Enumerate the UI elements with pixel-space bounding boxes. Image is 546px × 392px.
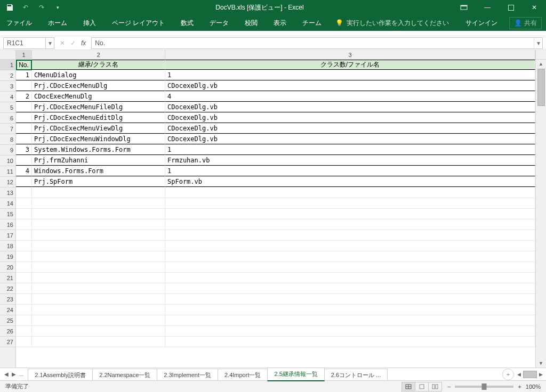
cell[interactable]: [165, 305, 535, 315]
cell[interactable]: CDocexeDlg.vb: [165, 81, 535, 91]
cell[interactable]: [16, 230, 32, 240]
row-header[interactable]: 8: [0, 134, 15, 145]
cell[interactable]: [32, 337, 165, 347]
cell[interactable]: Prj.SpForm: [32, 177, 165, 187]
row-header[interactable]: 9: [0, 145, 15, 156]
row-header[interactable]: 23: [0, 294, 15, 305]
sheet-tab[interactable]: 2.3Implement一覧: [157, 369, 218, 381]
cell[interactable]: [32, 198, 165, 208]
cell[interactable]: [16, 113, 32, 123]
sheet-tab[interactable]: 2.4Import一覧: [218, 369, 268, 381]
row-header[interactable]: 15: [0, 209, 15, 219]
sheet-nav-next-icon[interactable]: ▶: [12, 371, 16, 377]
cell[interactable]: [16, 294, 32, 304]
cell[interactable]: [32, 187, 165, 198]
tab-file[interactable]: ファイル: [4, 15, 34, 31]
horizontal-scroll[interactable]: ◀ ▶: [514, 371, 546, 378]
cell[interactable]: [165, 294, 535, 304]
row-header[interactable]: 18: [0, 241, 15, 251]
tab-pagelayout[interactable]: ページ レイアウト: [110, 15, 167, 31]
cell[interactable]: Frmzuhan.vb: [165, 156, 535, 166]
cell[interactable]: 継承/クラス名: [32, 60, 165, 70]
cell[interactable]: [16, 187, 32, 198]
row-header[interactable]: 7: [0, 124, 15, 134]
cell[interactable]: 3: [16, 145, 32, 155]
row-header[interactable]: 10: [0, 156, 15, 166]
maximize-button[interactable]: [499, 0, 523, 15]
zoom-slider[interactable]: [455, 386, 513, 388]
cell[interactable]: 1: [165, 166, 535, 176]
tab-data[interactable]: データ: [207, 15, 231, 31]
cell[interactable]: 2: [16, 92, 32, 102]
cell[interactable]: [32, 305, 165, 315]
row-header[interactable]: 1: [0, 60, 15, 70]
vertical-scrollbar[interactable]: ▲ ▼: [535, 60, 546, 368]
cell[interactable]: [32, 251, 165, 262]
zoom-in-button[interactable]: +: [518, 383, 521, 390]
cell[interactable]: [32, 241, 165, 251]
row-header[interactable]: 4: [0, 92, 15, 102]
cell[interactable]: [165, 283, 535, 293]
redo-icon[interactable]: ↷: [37, 3, 46, 12]
cell[interactable]: CDocexeDlg.vb: [165, 113, 535, 123]
row-header[interactable]: 5: [0, 102, 15, 113]
row-header[interactable]: 24: [0, 305, 15, 315]
row-header[interactable]: 2: [0, 70, 15, 81]
cell[interactable]: [16, 209, 32, 219]
row-header[interactable]: 6: [0, 113, 15, 124]
formula-expand-icon[interactable]: ▾: [534, 38, 542, 48]
add-sheet-button[interactable]: +: [502, 369, 514, 380]
cell[interactable]: CDocexeDlg.vb: [165, 124, 535, 134]
scrollbar-thumb[interactable]: [537, 69, 545, 106]
scroll-down-icon[interactable]: ▼: [536, 359, 546, 368]
cell[interactable]: [32, 219, 165, 230]
cancel-icon[interactable]: ✕: [60, 39, 65, 47]
cell[interactable]: Windows.Forms.Form: [32, 166, 165, 176]
cell[interactable]: [16, 102, 32, 112]
row-header[interactable]: 26: [0, 326, 15, 337]
fx-icon[interactable]: fx: [81, 39, 86, 47]
signin-link[interactable]: サインイン: [465, 19, 497, 28]
scroll-up-icon[interactable]: ▲: [536, 60, 546, 68]
cell[interactable]: [16, 326, 32, 336]
cells-area[interactable]: No.継承/クラス名クラス数/ファイル名1CMenuDialog1Prj.CDo…: [16, 60, 535, 368]
qat-customize-icon[interactable]: ▾: [53, 3, 62, 12]
cell[interactable]: 1: [165, 70, 535, 80]
ribbon-options-button[interactable]: [452, 0, 476, 15]
namebox-dropdown-icon[interactable]: ▾: [45, 38, 54, 48]
col-header-3[interactable]: 3: [165, 50, 535, 59]
cell[interactable]: 4: [16, 166, 32, 176]
cell[interactable]: [165, 262, 535, 272]
cell[interactable]: [32, 283, 165, 293]
cell[interactable]: SpForm.vb: [165, 177, 535, 187]
tab-view[interactable]: 表示: [271, 15, 288, 31]
cell[interactable]: [32, 273, 165, 283]
cell[interactable]: 1: [165, 145, 535, 155]
cell[interactable]: Prj.frmZuhanni: [32, 156, 165, 166]
cell[interactable]: [16, 315, 32, 325]
row-header[interactable]: 17: [0, 230, 15, 241]
cell[interactable]: [16, 273, 32, 283]
cell[interactable]: [16, 81, 32, 91]
sheet-nav-more[interactable]: ...: [19, 371, 23, 377]
row-header[interactable]: 16: [0, 219, 15, 230]
cell[interactable]: No.: [16, 60, 32, 70]
tab-formulas[interactable]: 数式: [179, 15, 196, 31]
cell[interactable]: [165, 337, 535, 347]
view-pagelayout-icon[interactable]: [415, 382, 429, 391]
tab-team[interactable]: チーム: [300, 15, 324, 31]
cell[interactable]: [165, 187, 535, 198]
row-header[interactable]: 20: [0, 262, 15, 273]
sheet-tab[interactable]: 2.2Namespace一覧: [92, 369, 157, 381]
tab-home[interactable]: ホーム: [46, 15, 69, 31]
cell[interactable]: [16, 177, 32, 187]
cell[interactable]: [16, 134, 32, 144]
name-box[interactable]: R1C1 ▾: [3, 37, 54, 49]
cell[interactable]: CDocExecMenuDlg: [32, 92, 165, 102]
cell[interactable]: 1: [16, 70, 32, 80]
select-all-corner[interactable]: [0, 50, 16, 59]
row-header[interactable]: 3: [0, 81, 15, 92]
undo-icon[interactable]: ↶: [21, 3, 30, 12]
share-button[interactable]: 👤 共有: [509, 17, 542, 29]
formula-input[interactable]: No. ▾: [91, 37, 543, 49]
